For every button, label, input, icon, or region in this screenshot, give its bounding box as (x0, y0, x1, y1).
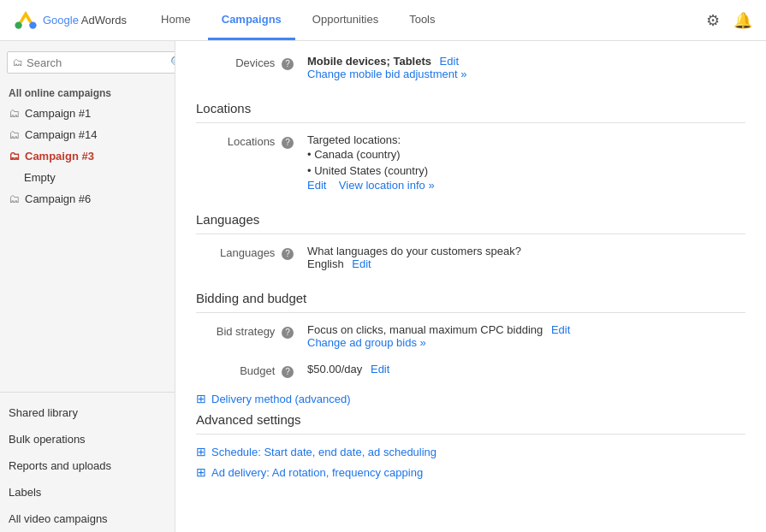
bidding-section-title: Bidding and budget (196, 291, 745, 313)
nav-links: Home Campaigns Opportunities Tools (147, 1, 706, 40)
nav-opportunities[interactable]: Opportunities (299, 1, 392, 40)
locations-list: Canada (country) United States (country) (307, 146, 745, 179)
search-box: 🗂 🔍 (7, 51, 175, 74)
nav-home[interactable]: Home (147, 1, 205, 40)
logo-text: Google AdWords (43, 14, 127, 27)
schedule-expandable[interactable]: ⊞ Schedule: Start date, end date, ad sch… (196, 445, 745, 458)
sidebar-item-bulk-operations[interactable]: Bulk operations (0, 426, 175, 452)
folder-icon-active: 🗂 (9, 150, 20, 163)
locations-help-icon[interactable]: ? (282, 137, 294, 149)
nav-icons: ⚙ 🔔 (706, 11, 752, 30)
devices-help-icon[interactable]: ? (282, 58, 294, 70)
folder-icon-search: 🗂 (13, 56, 23, 68)
devices-row: Devices ? Mobile devices; Tablets Edit C… (196, 55, 745, 80)
languages-label: Languages ? (196, 245, 307, 270)
settings-icon[interactable]: ⚙ (706, 11, 720, 30)
devices-settings-row: Devices ? Mobile devices; Tablets Edit C… (196, 55, 745, 80)
svg-marker-0 (19, 10, 33, 22)
logo: Google AdWords (14, 9, 127, 33)
languages-edit-link[interactable]: Edit (352, 257, 371, 270)
svg-point-1 (29, 21, 36, 28)
logo-icon (14, 9, 38, 33)
view-location-info-link[interactable]: View location info » (339, 179, 435, 192)
devices-value: Mobile devices; Tablets Edit Change mobi… (307, 55, 745, 80)
languages-settings-row: Languages ? What languages do your custo… (196, 245, 745, 270)
sidebar-item-empty[interactable]: Empty (0, 167, 175, 188)
sidebar-item-campaign1[interactable]: 🗂 Campaign #1 (0, 103, 175, 124)
languages-section-title: Languages (196, 212, 745, 234)
svg-point-2 (15, 21, 21, 28)
expand-schedule-icon: ⊞ (196, 445, 206, 458)
campaigns-section-label: All online campaigns (0, 80, 175, 103)
locations-settings-row: Locations ? Targeted locations: Canada (… (196, 133, 745, 192)
change-ad-group-bids-link[interactable]: Change ad group bids » (307, 336, 426, 349)
advanced-section-title: Advanced settings (196, 412, 745, 434)
devices-edit-link[interactable]: Edit (440, 55, 459, 68)
expand-icon: ⊞ (196, 392, 206, 405)
budget-label: Budget ? (196, 363, 307, 378)
ad-delivery-expandable[interactable]: ⊞ Ad delivery: Ad rotation, frequency ca… (196, 465, 745, 479)
bid-strategy-label: Bid strategy ? (196, 323, 307, 349)
location-canada: Canada (country) (307, 146, 745, 163)
sidebar-item-labels[interactable]: Labels (0, 479, 175, 505)
sidebar-item-campaign6[interactable]: 🗂 Campaign #6 (0, 188, 175, 210)
languages-help-icon[interactable]: ? (282, 248, 294, 260)
locations-value: Targeted locations: Canada (country) Uni… (307, 133, 745, 192)
bid-strategy-row: Bid strategy ? Focus on clicks, manual m… (196, 323, 745, 349)
sidebar-item-all-video[interactable]: All video campaigns (0, 505, 175, 532)
locations-label: Locations ? (196, 133, 307, 192)
top-nav: Google AdWords Home Campaigns Opportunit… (0, 0, 766, 41)
expand-delivery-icon: ⊞ (196, 465, 206, 479)
nav-campaigns[interactable]: Campaigns (208, 1, 295, 40)
search-input[interactable] (27, 56, 170, 69)
folder-icon: 🗂 (9, 128, 20, 141)
nav-tools[interactable]: Tools (395, 1, 448, 40)
bid-strategy-value: Focus on clicks, manual maximum CPC bidd… (307, 323, 745, 349)
budget-edit-link[interactable]: Edit (371, 363, 389, 375)
folder-icon: 🗂 (9, 107, 20, 120)
sidebar: 🗂 🔍 « All online campaigns 🗂 Campaign #1… (0, 41, 175, 532)
budget-value: $50.00/day Edit (307, 363, 745, 378)
budget-row: Budget ? $50.00/day Edit (196, 363, 745, 378)
delivery-method-expandable[interactable]: ⊞ Delivery method (advanced) (196, 392, 745, 405)
folder-icon: 🗂 (9, 192, 20, 205)
sidebar-item-campaign3[interactable]: 🗂 Campaign #3 (0, 145, 175, 167)
sidebar-item-shared-library[interactable]: Shared library (0, 399, 175, 426)
change-mobile-bid-link[interactable]: Change mobile bid adjustment » (307, 68, 466, 80)
sidebar-item-reports-uploads[interactable]: Reports and uploads (0, 452, 175, 479)
locations-section-title: Locations (196, 101, 745, 123)
content-area: Devices ? Mobile devices; Tablets Edit C… (175, 41, 766, 532)
bid-strategy-help-icon[interactable]: ? (282, 327, 294, 339)
bid-strategy-edit-link[interactable]: Edit (551, 323, 570, 336)
sidebar-item-campaign14[interactable]: 🗂 Campaign #14 (0, 124, 175, 145)
locations-edit-link[interactable]: Edit (307, 179, 326, 192)
sidebar-divider (0, 392, 175, 393)
devices-label: Devices ? (196, 55, 307, 80)
languages-value: What languages do your customers speak? … (307, 245, 745, 270)
notifications-icon[interactable]: 🔔 (733, 11, 752, 30)
main-layout: 🗂 🔍 « All online campaigns 🗂 Campaign #1… (0, 41, 766, 532)
budget-help-icon[interactable]: ? (282, 366, 294, 378)
location-usa: United States (country) (307, 163, 745, 179)
